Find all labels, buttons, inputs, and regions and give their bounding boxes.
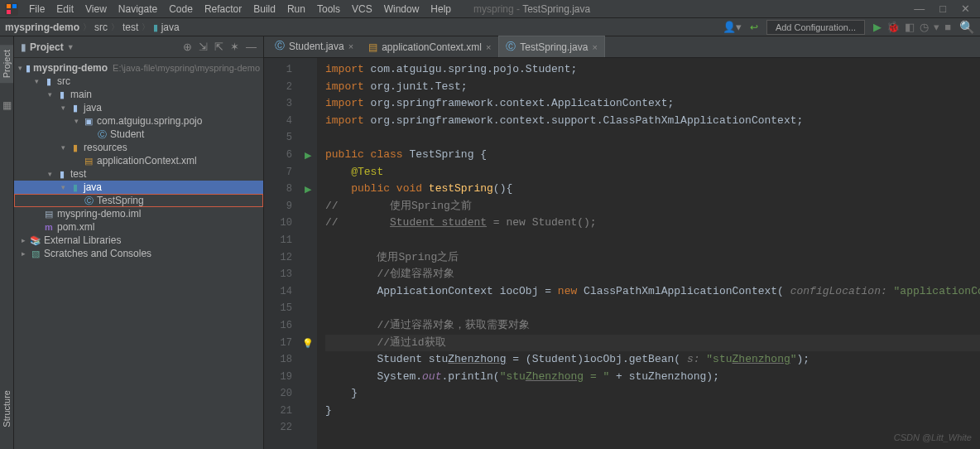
breadcrumb-item[interactable]: myspring-demo xyxy=(5,22,79,33)
tree-file-pom[interactable]: mpom.xml xyxy=(14,220,263,234)
xml-icon: ▤ xyxy=(368,41,377,53)
tree-external-libs[interactable]: ▸📚External Libraries xyxy=(14,234,263,247)
stop-icon[interactable]: ■ xyxy=(944,21,951,33)
search-icon[interactable]: 🔍 xyxy=(959,20,975,35)
svg-rect-1 xyxy=(7,4,11,8)
close-tab-icon[interactable]: × xyxy=(592,42,597,52)
menu-run[interactable]: Run xyxy=(281,3,311,15)
menu-edit[interactable]: Edit xyxy=(50,3,79,15)
close-icon[interactable]: ✕ xyxy=(961,2,970,15)
class-icon: Ⓒ xyxy=(275,39,285,53)
minimize-icon[interactable]: — xyxy=(914,2,925,15)
debug-icon[interactable]: 🐞 xyxy=(886,21,900,33)
menu-tools[interactable]: Tools xyxy=(311,3,346,15)
left-tool-strip: Project ▦ Structure xyxy=(0,36,14,449)
tree-folder[interactable]: ▾▮resources xyxy=(14,141,263,154)
close-tab-icon[interactable]: × xyxy=(486,42,491,52)
class-icon: Ⓒ xyxy=(506,40,516,54)
locate-icon[interactable]: ⊕ xyxy=(183,41,192,53)
tree-folder[interactable]: ▾▮test xyxy=(14,167,263,181)
run-icon[interactable]: ▶ xyxy=(873,21,882,33)
menu-bar: File Edit View Navigate Code Refactor Bu… xyxy=(0,0,980,18)
collapse-icon[interactable]: ⇱ xyxy=(214,41,223,53)
tree-package[interactable]: ▾▣com.atguigu.spring.pojo xyxy=(14,114,263,128)
run-config-dropdown[interactable]: Add Configuration... xyxy=(766,20,865,35)
hide-icon[interactable]: — xyxy=(246,41,257,53)
nav-bar: myspring-demo〉 src〉 test〉 ▮ java 👤▾ ↩ Ad… xyxy=(0,18,980,36)
menu-code[interactable]: Code xyxy=(163,3,199,15)
project-tree[interactable]: ▾▮myspring-demoE:\java-file\myspring\mys… xyxy=(14,58,263,449)
run-gutter-icon[interactable]: ▶ xyxy=(299,147,317,164)
tree-file-appcontext[interactable]: ▤applicationContext.xml xyxy=(14,154,263,167)
expand-icon[interactable]: ⇲ xyxy=(199,41,208,53)
project-panel: ▮ Project ▼ ⊕ ⇲ ⇱ ✶ — ▾▮myspring-demoE:\… xyxy=(14,36,264,449)
watermark: CSDN @Litt_White xyxy=(894,432,972,442)
settings-icon[interactable]: ✶ xyxy=(230,41,239,53)
project-panel-title[interactable]: Project xyxy=(30,41,64,53)
menu-view[interactable]: View xyxy=(79,3,113,15)
code-editor[interactable]: ✓4︿ import com.atguigu.spring.pojo.Stude… xyxy=(317,58,980,449)
project-tool-tab[interactable]: Project xyxy=(0,45,13,83)
menu-help[interactable]: Help xyxy=(425,3,457,15)
tab-student[interactable]: ⒸStudent.java× xyxy=(267,35,361,57)
line-number-gutter: 12345678910111213141516171819202122 xyxy=(264,58,299,449)
tree-folder[interactable]: ▾▮main xyxy=(14,88,263,101)
window-controls: — □ ✕ xyxy=(914,2,975,15)
menu-window[interactable]: Window xyxy=(378,3,425,15)
tree-file-iml[interactable]: ▤myspring-demo.iml xyxy=(14,207,263,220)
tree-folder-java-test[interactable]: ▾▮java xyxy=(14,181,263,194)
tree-scratches[interactable]: ▸▧Scratches and Consoles xyxy=(14,247,263,260)
bulb-icon[interactable]: 💡 xyxy=(299,335,317,352)
profile-icon[interactable]: ◷ xyxy=(920,21,929,33)
attach-icon[interactable]: ▾ xyxy=(934,21,939,33)
svg-rect-3 xyxy=(7,10,11,14)
structure-tool-tab[interactable]: Structure xyxy=(0,385,13,432)
breadcrumb-item[interactable]: ▮ java xyxy=(153,22,179,33)
menu-build[interactable]: Build xyxy=(247,3,281,15)
project-panel-header: ▮ Project ▼ ⊕ ⇲ ⇱ ✶ — xyxy=(14,36,263,58)
svg-rect-2 xyxy=(12,4,17,8)
gutter-icons: ▶ ▶ 💡 xyxy=(299,58,317,449)
maximize-icon[interactable]: □ xyxy=(939,2,946,15)
structure-icon[interactable]: ▦ xyxy=(2,99,12,111)
breadcrumb-item[interactable]: src xyxy=(94,22,108,33)
menu-vcs[interactable]: VCS xyxy=(346,3,378,15)
tab-testspring[interactable]: ⒸTestSpring.java× xyxy=(498,36,604,57)
menu-file[interactable]: File xyxy=(23,3,50,15)
tree-folder[interactable]: ▾▮java xyxy=(14,101,263,114)
breadcrumb-item[interactable]: test xyxy=(122,22,138,33)
menu-navigate[interactable]: Navigate xyxy=(113,3,163,15)
coverage-icon[interactable]: ◧ xyxy=(905,21,915,33)
run-gutter-icon[interactable]: ▶ xyxy=(299,181,317,198)
tab-appcontext[interactable]: ▤applicationContext.xml× xyxy=(361,37,498,57)
editor-area: ⒸStudent.java× ▤applicationContext.xml× … xyxy=(264,36,980,449)
user-icon[interactable]: 👤▾ xyxy=(723,21,742,33)
close-tab-icon[interactable]: × xyxy=(348,41,353,51)
editor-tabbar: ⒸStudent.java× ▤applicationContext.xml× … xyxy=(264,36,980,58)
app-logo-icon xyxy=(5,2,18,16)
breadcrumb: myspring-demo〉 src〉 test〉 ▮ java xyxy=(5,22,180,33)
tree-folder[interactable]: ▾▮src xyxy=(14,75,263,88)
project-view-icon: ▮ xyxy=(21,41,26,53)
menu-refactor[interactable]: Refactor xyxy=(199,3,247,15)
tree-class-testspring[interactable]: ⒸTestSpring xyxy=(14,194,263,207)
tree-class-student[interactable]: ⒸStudent xyxy=(14,128,263,141)
editor-body[interactable]: 12345678910111213141516171819202122 ▶ ▶ … xyxy=(264,58,980,449)
tree-root[interactable]: ▾▮myspring-demoE:\java-file\myspring\mys… xyxy=(14,61,263,75)
back-arrow-icon[interactable]: ↩ xyxy=(750,22,758,33)
window-title: myspring - TestSpring.java xyxy=(473,3,590,15)
